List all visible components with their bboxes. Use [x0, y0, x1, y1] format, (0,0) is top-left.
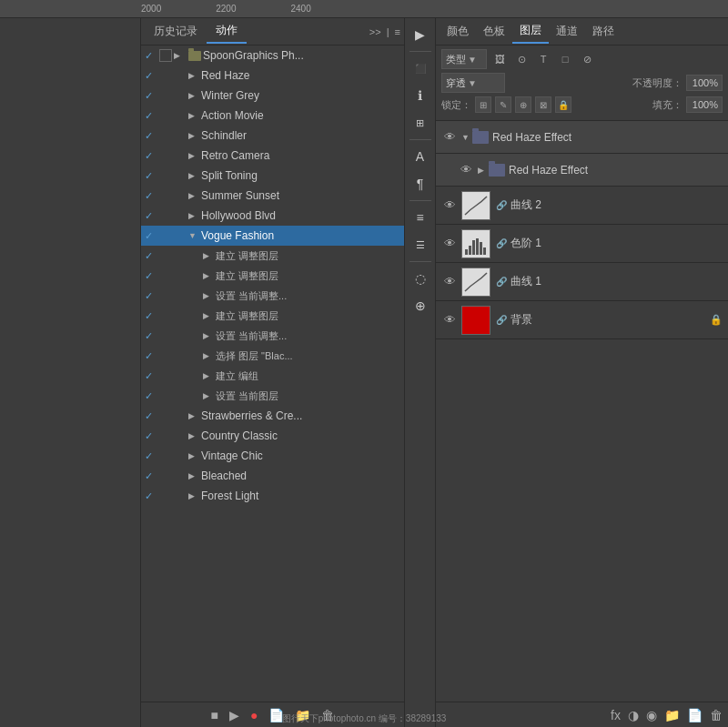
layer-item-background[interactable]: 👁🔗背景🔒: [436, 301, 728, 339]
layer-item-curves2[interactable]: 👁🔗曲线 2: [436, 187, 728, 225]
action-item-forest-light[interactable]: ✓▶Forest Light: [141, 486, 404, 506]
layout-tool-button[interactable]: ≡: [408, 205, 433, 230]
action-arrow-sub4[interactable]: ▶: [203, 311, 216, 320]
new-group-button[interactable]: 📁: [664, 708, 680, 722]
action-item-retro-camera[interactable]: ✓▶Retro Camera: [141, 146, 404, 166]
tab-history[interactable]: 历史记录: [145, 20, 207, 43]
action-item-sub2[interactable]: ✓▶建立 调整图层: [141, 266, 404, 286]
action-arrow-sub7[interactable]: ▶: [203, 371, 216, 380]
action-item-country-classic[interactable]: ✓▶Country Classic: [141, 426, 404, 446]
visibility-icon-group-outer[interactable]: 👁: [441, 130, 458, 144]
text-tool-button[interactable]: A: [408, 144, 433, 169]
grid-tool-button[interactable]: ⊞: [408, 110, 433, 136]
action-arrow-winter-grey[interactable]: ▶: [188, 91, 201, 100]
layer-link-icon-background[interactable]: 🔗: [496, 315, 507, 325]
filter-type-select[interactable]: 类型 ▼: [441, 49, 487, 69]
check-box-spoon[interactable]: [159, 49, 172, 62]
visibility-icon-levels1[interactable]: 👁: [441, 237, 458, 250]
action-arrow-spoon[interactable]: ▶: [174, 51, 187, 60]
action-item-hollywood-blvd[interactable]: ✓▶Hollywood Blvd: [141, 206, 404, 226]
lock-move-button[interactable]: ⊕: [515, 96, 531, 113]
layer-link-icon-curves2[interactable]: 🔗: [496, 200, 507, 210]
play-action-button[interactable]: ▶: [229, 708, 239, 722]
action-list[interactable]: ✓▶SpoonGraphics Ph...✓▶Red Haze✓▶Winter …: [141, 45, 404, 702]
filter-shape-icon[interactable]: □: [556, 50, 574, 68]
action-item-sub1[interactable]: ✓▶建立 调整图层: [141, 246, 404, 266]
filter-circle-icon[interactable]: ⊙: [512, 50, 531, 68]
filter-text-icon[interactable]: T: [534, 50, 552, 68]
add-style-button[interactable]: fx: [611, 708, 621, 722]
tab-swatches[interactable]: 色板: [476, 20, 512, 43]
action-arrow-retro-camera[interactable]: ▶: [188, 151, 201, 160]
new-layer-button[interactable]: 📄: [687, 708, 703, 722]
action-arrow-hollywood-blvd[interactable]: ▶: [188, 211, 201, 220]
action-item-vogue-fashion[interactable]: ✓▼Vogue Fashion: [141, 226, 404, 246]
visibility-icon-curves2[interactable]: 👁: [441, 198, 458, 212]
record-action-button[interactable]: ●: [250, 708, 258, 722]
action-arrow-vintage-chic[interactable]: ▶: [188, 451, 201, 460]
action-arrow-sub8[interactable]: ▶: [203, 391, 216, 400]
action-item-action-movie[interactable]: ✓▶Action Movie: [141, 106, 404, 126]
action-arrow-sub5[interactable]: ▶: [203, 331, 216, 340]
action-arrow-strawberries[interactable]: ▶: [188, 411, 201, 420]
stop-action-button[interactable]: ■: [211, 708, 218, 722]
action-arrow-country-classic[interactable]: ▶: [188, 431, 201, 440]
action-item-vintage-chic[interactable]: ✓▶Vintage Chic: [141, 446, 404, 466]
new-fill-button[interactable]: ◉: [646, 708, 657, 722]
lock-pixels-button[interactable]: ⊞: [475, 96, 491, 113]
action-item-sub7[interactable]: ✓▶建立 编组: [141, 366, 404, 386]
action-arrow-sub6[interactable]: ▶: [203, 351, 216, 360]
action-arrow-schindler[interactable]: ▶: [188, 131, 201, 140]
lock-draw-button[interactable]: ✎: [495, 96, 511, 113]
action-item-summer-sunset[interactable]: ✓▶Summer Sunset: [141, 186, 404, 206]
layer-expand-arrow-group-outer[interactable]: ▼: [461, 133, 472, 142]
blend-mode-select[interactable]: 穿透 ▼: [441, 73, 505, 93]
delete-layer-button[interactable]: 🗑: [710, 708, 723, 722]
action-arrow-action-movie[interactable]: ▶: [188, 111, 201, 120]
layer-item-curves1[interactable]: 👁🔗曲线 1: [436, 263, 728, 301]
tab-channels[interactable]: 通道: [549, 20, 585, 43]
action-arrow-sub2[interactable]: ▶: [203, 271, 216, 280]
action-arrow-sub1[interactable]: ▶: [203, 251, 216, 260]
add-tool-button[interactable]: ⊕: [408, 293, 433, 318]
action-item-bleached[interactable]: ✓▶Bleached: [141, 466, 404, 486]
lock-artboard-button[interactable]: ⊠: [535, 96, 551, 113]
paragraph-tool-button[interactable]: ¶: [408, 171, 433, 197]
tab-paths[interactable]: 路径: [585, 20, 622, 43]
action-item-red-haze[interactable]: ✓▶Red Haze: [141, 66, 404, 86]
opacity-input[interactable]: 100%: [686, 75, 723, 91]
layer-link-icon-curves1[interactable]: 🔗: [496, 277, 507, 287]
play-tool-button[interactable]: ▶: [408, 22, 433, 47]
layer-list[interactable]: 👁▼Red Haze Effect👁▶Red Haze Effect👁🔗曲线 2…: [436, 121, 728, 702]
info-tool-button[interactable]: ℹ: [408, 83, 433, 108]
action-arrow-split-toning[interactable]: ▶: [188, 171, 201, 180]
layer-expand-arrow-group-inner[interactable]: ▶: [478, 166, 489, 175]
action-item-strawberries[interactable]: ✓▶Strawberries & Cre...: [141, 406, 404, 426]
layer-item-group-inner[interactable]: 👁▶Red Haze Effect: [436, 154, 728, 187]
circle-tool-button[interactable]: ◌: [408, 266, 433, 291]
visibility-icon-curves1[interactable]: 👁: [441, 275, 458, 288]
expand-icon[interactable]: >>: [369, 26, 381, 37]
filter-effect-icon[interactable]: ⊘: [578, 50, 596, 68]
action-item-split-toning[interactable]: ✓▶Split Toning: [141, 166, 404, 186]
list-tool-button[interactable]: ☰: [408, 232, 433, 257]
layer-item-levels1[interactable]: 👁🔗色阶 1: [436, 225, 728, 263]
filter-image-icon[interactable]: 🖼: [490, 50, 509, 68]
action-item-sub8[interactable]: ✓▶设置 当前图层: [141, 386, 404, 406]
lock-all-button[interactable]: 🔒: [555, 96, 571, 113]
action-item-sub6[interactable]: ✓▶选择 图层 "Blac...: [141, 346, 404, 366]
fill-input[interactable]: 100%: [686, 96, 723, 113]
visibility-icon-background[interactable]: 👁: [441, 313, 458, 327]
action-item-sub4[interactable]: ✓▶建立 调整图层: [141, 306, 404, 326]
action-arrow-bleached[interactable]: ▶: [188, 471, 201, 480]
layer-link-icon-levels1[interactable]: 🔗: [496, 238, 507, 248]
action-item-spoon[interactable]: ✓▶SpoonGraphics Ph...: [141, 45, 404, 66]
visibility-icon-group-inner[interactable]: 👁: [458, 163, 474, 177]
action-arrow-vogue-fashion[interactable]: ▼: [188, 231, 201, 240]
add-mask-button[interactable]: ◑: [628, 708, 639, 722]
tab-color[interactable]: 颜色: [440, 20, 476, 43]
layer-item-group-outer[interactable]: 👁▼Red Haze Effect: [436, 121, 728, 154]
action-arrow-summer-sunset[interactable]: ▶: [188, 191, 201, 200]
action-arrow-sub3[interactable]: ▶: [203, 291, 216, 300]
tab-layers[interactable]: 图层: [512, 19, 549, 44]
